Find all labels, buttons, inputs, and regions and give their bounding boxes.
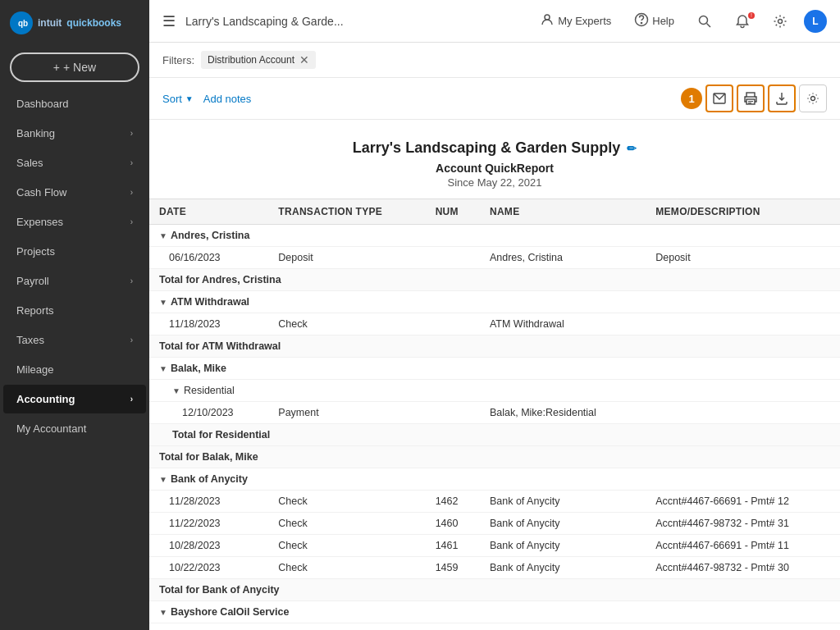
- new-button[interactable]: + + New: [10, 52, 139, 82]
- svg-point-4: [641, 22, 642, 23]
- report-settings-button[interactable]: [799, 84, 827, 112]
- notification-badge: !: [748, 12, 755, 19]
- sidebar-item-projects[interactable]: Projects: [3, 237, 146, 266]
- table-row[interactable]: 06/16/2023DepositAndres, CristinaDeposit: [149, 247, 840, 269]
- table-row[interactable]: 11/29/2023Check1112Bayshore CalOil Servi…: [149, 623, 840, 631]
- main-content: ☰ Larry's Landscaping & Garde... My Expe…: [149, 0, 840, 630]
- table-row[interactable]: 12/10/2023PaymentBalak, Mike:Residential: [149, 402, 840, 424]
- sidebar-item-myaccountant[interactable]: My Accountant: [3, 414, 146, 443]
- sidebar-item-expenses[interactable]: Expenses ›: [3, 208, 146, 236]
- new-button-label: + New: [63, 61, 96, 74]
- sidebar: qb intuit quickbooks + + New Dashboard B…: [0, 0, 149, 630]
- sidebar-item-cashflow[interactable]: Cash Flow ›: [3, 178, 146, 207]
- sidebar-item-mileage[interactable]: Mileage: [3, 355, 146, 384]
- my-experts-button[interactable]: My Experts: [533, 9, 618, 33]
- chevron-right-icon: ›: [130, 276, 133, 285]
- step-badge: 1: [681, 88, 702, 109]
- filter-chip-text: Distribution Account: [208, 54, 294, 66]
- sidebar-item-sales[interactable]: Sales ›: [3, 148, 146, 177]
- table-row[interactable]: 11/28/2023Check1462Bank of AnycityAccnt#…: [149, 491, 840, 513]
- hamburger-menu-icon[interactable]: ☰: [162, 12, 176, 30]
- chevron-right-icon: ›: [130, 395, 133, 404]
- filters-label: Filters:: [162, 54, 194, 66]
- group-total-row: Total for Andres, Cristina: [149, 269, 840, 291]
- group-total-row: Total for Residential: [149, 424, 840, 446]
- sidebar-nav: Dashboard Banking › Sales › Cash Flow › …: [0, 89, 149, 444]
- help-button[interactable]: Help: [628, 9, 681, 33]
- table-row: ▼Residential: [149, 380, 840, 402]
- export-button[interactable]: [768, 84, 796, 112]
- chevron-right-icon: ›: [130, 158, 133, 167]
- col-transaction-type: TRANSACTION TYPE: [268, 199, 425, 225]
- notifications-button[interactable]: !: [728, 11, 756, 32]
- table-row[interactable]: 10/28/2023Check1461Bank of AnycityAccnt#…: [149, 535, 840, 557]
- sidebar-label-dashboard: Dashboard: [16, 98, 69, 110]
- sidebar-label-reports: Reports: [16, 304, 54, 317]
- svg-rect-11: [748, 101, 753, 102]
- sidebar-item-dashboard[interactable]: Dashboard: [3, 89, 146, 118]
- report-title: Account QuickReport: [166, 162, 824, 175]
- report-table-body: ▼Andres, Cristina06/16/2023DepositAndres…: [149, 225, 840, 631]
- table-row[interactable]: 10/22/2023Check1459Bank of AnycityAccnt#…: [149, 557, 840, 579]
- svg-rect-9: [746, 93, 755, 97]
- report-content: Filters: Distribution Account ✕ Sort ▼ A…: [149, 43, 840, 630]
- table-row[interactable]: 11/18/2023CheckATM Withdrawal: [149, 313, 840, 336]
- sidebar-label-taxes: Taxes: [16, 334, 44, 346]
- col-memo: MEMO/DESCRIPTION: [646, 199, 840, 225]
- sidebar-label-projects: Projects: [16, 245, 55, 258]
- table-row: ▼Andres, Cristina: [149, 225, 840, 247]
- settings-button[interactable]: [766, 11, 794, 32]
- filters-bar: Filters: Distribution Account ✕: [149, 43, 840, 78]
- my-experts-label: My Experts: [558, 15, 611, 27]
- sidebar-label-payroll: Payroll: [16, 275, 49, 287]
- col-num: NUM: [426, 199, 480, 225]
- company-name: Larry's Landscaping & Garde...: [185, 15, 523, 28]
- quickbooks-brand-text: intuit: [38, 17, 62, 29]
- sidebar-label-myaccountant: My Accountant: [16, 422, 86, 435]
- sidebar-item-taxes[interactable]: Taxes ›: [3, 326, 146, 354]
- svg-line-6: [707, 23, 711, 27]
- sidebar-label-cashflow: Cash Flow: [16, 186, 66, 199]
- report-table: DATE TRANSACTION TYPE NUM NAME MEMO/DESC…: [149, 199, 840, 630]
- filter-chip-remove[interactable]: ✕: [299, 53, 309, 66]
- sidebar-logo: qb intuit quickbooks: [0, 0, 149, 46]
- svg-rect-12: [748, 103, 751, 103]
- table-row: ▼Balak, Mike: [149, 358, 840, 380]
- svg-point-7: [778, 19, 783, 23]
- report-subtitle: Since May 22, 2021: [166, 176, 824, 189]
- sidebar-label-sales: Sales: [16, 157, 43, 169]
- print-button[interactable]: [737, 84, 765, 112]
- svg-point-13: [811, 97, 815, 101]
- svg-text:qb: qb: [18, 19, 28, 28]
- edit-company-icon[interactable]: ✏: [627, 142, 637, 155]
- table-row: ▼Bank of Anycity: [149, 468, 840, 491]
- toolbar: Sort ▼ Add notes 1: [149, 78, 840, 120]
- group-total-row: Total for Bank of Anycity: [149, 579, 840, 601]
- toolbar-actions: 1: [681, 84, 827, 112]
- filter-chip: Distribution Account ✕: [201, 51, 316, 69]
- plus-icon: +: [53, 61, 60, 74]
- table-row: ▼ATM Withdrawal: [149, 291, 840, 313]
- chevron-right-icon: ›: [130, 188, 133, 197]
- svg-point-5: [700, 16, 708, 24]
- group-total-row: Total for Balak, Mike: [149, 446, 840, 468]
- col-date: DATE: [149, 199, 268, 225]
- sidebar-label-mileage: Mileage: [16, 363, 54, 376]
- user-avatar[interactable]: L: [804, 10, 827, 33]
- topbar: ☰ Larry's Landscaping & Garde... My Expe…: [149, 0, 840, 43]
- add-notes-button[interactable]: Add notes: [203, 93, 252, 105]
- table-row[interactable]: 11/22/2023Check1460Bank of AnycityAccnt#…: [149, 513, 840, 535]
- report-company-name: Larry's Landscaping & Garden Supply ✏: [166, 139, 824, 157]
- sort-button[interactable]: Sort ▼: [162, 93, 194, 105]
- sidebar-item-payroll[interactable]: Payroll ›: [3, 267, 146, 295]
- quickbooks-name-text: quickbooks: [66, 17, 121, 29]
- email-button[interactable]: [705, 84, 733, 112]
- sidebar-item-banking[interactable]: Banking ›: [3, 119, 146, 148]
- sidebar-item-reports[interactable]: Reports: [3, 296, 146, 325]
- sidebar-label-expenses: Expenses: [16, 216, 63, 228]
- person-icon: [540, 12, 555, 30]
- sidebar-item-accounting[interactable]: Accounting ›: [3, 385, 146, 413]
- search-button[interactable]: [691, 11, 719, 32]
- sort-chevron-icon: ▼: [185, 94, 194, 103]
- table-header-row: DATE TRANSACTION TYPE NUM NAME MEMO/DESC…: [149, 199, 840, 225]
